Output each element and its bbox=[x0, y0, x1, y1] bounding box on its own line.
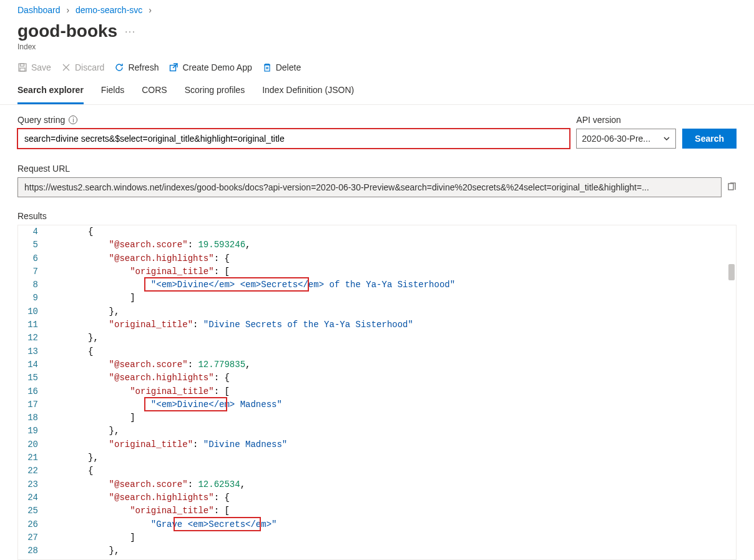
external-link-icon bbox=[169, 62, 179, 72]
chevron-right-icon: › bbox=[149, 5, 152, 15]
save-icon bbox=[17, 62, 27, 72]
toolbar: Save Discard Refresh Create Demo App Del… bbox=[0, 60, 754, 79]
request-url-field: https://westus2.search.windows.net/index… bbox=[17, 177, 722, 197]
refresh-icon bbox=[114, 62, 124, 72]
line-gutter: 4567891011121314151617181920212223242526… bbox=[18, 225, 51, 559]
more-button[interactable]: ··· bbox=[125, 26, 136, 36]
breadcrumb-dashboard[interactable]: Dashboard bbox=[17, 5, 61, 15]
chevron-down-icon bbox=[663, 135, 670, 142]
tab-scoring-profiles[interactable]: Scoring profiles bbox=[185, 79, 245, 104]
discard-button: Discard bbox=[61, 62, 104, 72]
chevron-right-icon: › bbox=[66, 5, 69, 15]
page-subtitle: Index bbox=[0, 42, 754, 60]
close-icon bbox=[61, 62, 71, 72]
create-demo-button[interactable]: Create Demo App bbox=[169, 62, 252, 72]
tab-fields[interactable]: Fields bbox=[101, 79, 124, 104]
copy-icon bbox=[727, 182, 737, 192]
query-string-label: Query string bbox=[17, 115, 65, 125]
title-row: good-books ··· bbox=[0, 17, 754, 42]
tab-index-definition-json-[interactable]: Index Definition (JSON) bbox=[262, 79, 354, 104]
api-version-select[interactable]: 2020-06-30-Pre... bbox=[576, 129, 676, 149]
request-url-label: Request URL bbox=[0, 154, 754, 177]
delete-button[interactable]: Delete bbox=[262, 62, 301, 72]
api-version-label: API version bbox=[576, 115, 621, 125]
breadcrumb-service[interactable]: demo-search-svc bbox=[76, 5, 142, 15]
copy-button[interactable] bbox=[727, 182, 737, 194]
breadcrumb: Dashboard › demo-search-svc › bbox=[0, 0, 754, 17]
svg-rect-4 bbox=[265, 65, 270, 71]
results-label: Results bbox=[0, 197, 754, 225]
info-icon[interactable]: i bbox=[69, 115, 77, 124]
page-title: good-books bbox=[17, 21, 117, 41]
search-button[interactable]: Search bbox=[682, 129, 737, 149]
tab-search-explorer[interactable]: Search explorer bbox=[17, 79, 84, 104]
svg-rect-1 bbox=[21, 64, 24, 66]
svg-rect-5 bbox=[728, 184, 733, 190]
results-editor[interactable]: 4567891011121314151617181920212223242526… bbox=[17, 225, 737, 560]
query-string-input[interactable] bbox=[17, 129, 570, 149]
save-button: Save bbox=[17, 62, 51, 72]
svg-rect-2 bbox=[20, 68, 25, 71]
tab-cors[interactable]: CORS bbox=[142, 79, 167, 104]
code-content[interactable]: { "@search.score": 19.593246, "@search.h… bbox=[51, 225, 736, 559]
tabs: Search explorerFieldsCORSScoring profile… bbox=[0, 79, 754, 105]
scrollbar-thumb[interactable] bbox=[728, 264, 735, 280]
scrollbar[interactable] bbox=[725, 225, 736, 559]
trash-icon bbox=[262, 62, 272, 72]
refresh-button[interactable]: Refresh bbox=[114, 62, 159, 72]
